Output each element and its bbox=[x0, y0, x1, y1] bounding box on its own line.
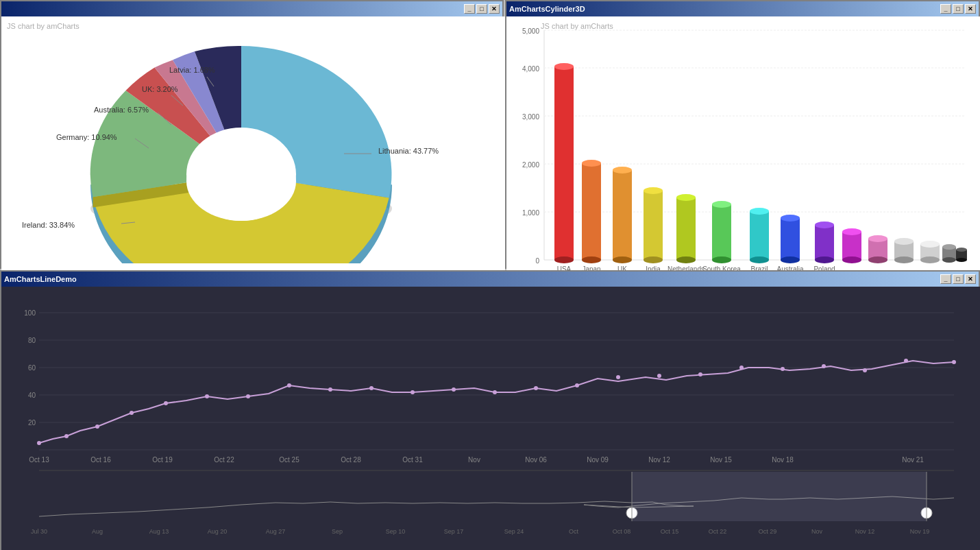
svg-text:Oct 13: Oct 13 bbox=[29, 456, 49, 464]
svg-point-27 bbox=[582, 256, 601, 263]
svg-text:Sep 10: Sep 10 bbox=[386, 528, 406, 535]
svg-text:Oct 31: Oct 31 bbox=[402, 456, 423, 464]
svg-point-95 bbox=[287, 383, 291, 387]
svg-text:India: India bbox=[646, 265, 661, 270]
pie-close-button[interactable]: ✕ bbox=[489, 4, 500, 14]
svg-rect-30 bbox=[613, 170, 632, 260]
svg-point-51 bbox=[781, 256, 800, 263]
svg-point-28 bbox=[582, 160, 601, 167]
svg-text:Oct 28: Oct 28 bbox=[341, 456, 361, 464]
cylinder-chart-window: AmChartsCylinder3D _ □ ✕ JS chart by amC… bbox=[505, 0, 980, 269]
svg-point-89 bbox=[64, 434, 69, 438]
cylinder-chart-content: JS chart by amCharts 0 1,000 2,000 3,000… bbox=[506, 16, 980, 270]
svg-point-68 bbox=[920, 256, 940, 263]
svg-point-90 bbox=[95, 425, 99, 429]
svg-text:2,000: 2,000 bbox=[522, 161, 539, 169]
svg-text:Aug 27: Aug 27 bbox=[266, 528, 286, 535]
svg-text:Sep 17: Sep 17 bbox=[444, 528, 464, 535]
svg-point-102 bbox=[575, 383, 579, 387]
svg-point-63 bbox=[868, 235, 887, 242]
svg-text:USA: USA bbox=[557, 265, 572, 270]
svg-point-24 bbox=[554, 63, 574, 70]
svg-text:South Korea: South Korea bbox=[702, 265, 741, 270]
svg-text:3,000: 3,000 bbox=[522, 113, 539, 121]
line-maximize-button[interactable]: □ bbox=[953, 274, 964, 284]
svg-text:Netherlands: Netherlands bbox=[667, 265, 705, 270]
svg-text:Sep 24: Sep 24 bbox=[504, 528, 524, 535]
svg-text:Nov 21: Nov 21 bbox=[902, 456, 924, 464]
svg-text:20: 20 bbox=[28, 419, 36, 427]
svg-text:Nov: Nov bbox=[811, 528, 823, 535]
svg-rect-38 bbox=[676, 198, 696, 260]
svg-point-101 bbox=[534, 386, 538, 390]
svg-text:Oct 19: Oct 19 bbox=[152, 456, 173, 464]
svg-rect-42 bbox=[712, 204, 731, 260]
svg-point-106 bbox=[739, 366, 744, 370]
svg-text:Oct 08: Oct 08 bbox=[613, 528, 631, 535]
line-minimize-button[interactable]: _ bbox=[940, 274, 951, 284]
svg-text:Aug 20: Aug 20 bbox=[208, 528, 228, 535]
svg-point-65 bbox=[894, 256, 914, 263]
svg-point-31 bbox=[613, 256, 632, 263]
svg-point-72 bbox=[942, 244, 956, 250]
svg-text:5,000: 5,000 bbox=[522, 27, 539, 35]
svg-point-32 bbox=[613, 167, 632, 174]
label-uk: UK: 3.20% bbox=[142, 85, 178, 93]
svg-text:Aug: Aug bbox=[92, 528, 103, 535]
cylinder-chart-svg: 0 1,000 2,000 3,000 4,000 5,000 USA bbox=[506, 16, 980, 270]
svg-point-47 bbox=[750, 256, 769, 263]
svg-point-40 bbox=[676, 194, 696, 201]
line-chart-area: JS chart by amCharts 🔍 Show all bbox=[1, 287, 980, 550]
cylinder-window-titlebar[interactable]: AmChartsCylinder3D _ □ ✕ bbox=[506, 1, 979, 16]
svg-point-35 bbox=[644, 256, 663, 263]
svg-text:Oct 22: Oct 22 bbox=[709, 528, 727, 535]
svg-text:80: 80 bbox=[28, 337, 36, 344]
pie-window-titlebar[interactable]: _ □ ✕ bbox=[1, 1, 502, 16]
svg-point-91 bbox=[130, 411, 134, 415]
svg-text:Aug 13: Aug 13 bbox=[149, 528, 169, 535]
label-germany: Germany: 10.94% bbox=[56, 133, 117, 141]
svg-text:Nov 06: Nov 06 bbox=[525, 456, 547, 464]
svg-point-92 bbox=[164, 401, 168, 405]
svg-point-107 bbox=[781, 367, 785, 371]
svg-rect-50 bbox=[781, 218, 800, 260]
svg-point-93 bbox=[205, 394, 209, 398]
line-chart-svg: 100 80 60 40 20 bbox=[1, 287, 980, 550]
svg-text:Nov 12: Nov 12 bbox=[648, 456, 670, 464]
pie-minimize-button[interactable]: _ bbox=[464, 4, 475, 14]
cylinder-minimize-button[interactable]: _ bbox=[940, 4, 951, 14]
pie-maximize-button[interactable]: □ bbox=[476, 4, 487, 14]
pie-chart-svg: Lithuania: 43.77% Ireland: 33.84% German… bbox=[15, 23, 495, 263]
svg-text:Nov 09: Nov 09 bbox=[587, 456, 609, 464]
cylinder-close-button[interactable]: ✕ bbox=[965, 4, 976, 14]
line-chart-window: AmChartsLineDemo _ □ ✕ JS chart by amCha… bbox=[0, 270, 980, 550]
svg-point-75 bbox=[956, 248, 967, 252]
svg-text:Nov 15: Nov 15 bbox=[710, 456, 732, 464]
svg-text:Japan: Japan bbox=[582, 265, 600, 270]
svg-point-23 bbox=[554, 256, 574, 263]
svg-point-2 bbox=[186, 141, 296, 221]
svg-text:Oct 15: Oct 15 bbox=[661, 528, 679, 535]
svg-text:Oct 22: Oct 22 bbox=[214, 456, 234, 464]
svg-point-66 bbox=[894, 238, 914, 245]
cylinder-maximize-button[interactable]: □ bbox=[953, 4, 964, 14]
svg-point-103 bbox=[616, 375, 620, 379]
svg-point-36 bbox=[644, 187, 663, 194]
svg-rect-54 bbox=[815, 225, 834, 260]
svg-point-109 bbox=[863, 368, 867, 372]
svg-text:Oct: Oct bbox=[569, 528, 579, 535]
cylinder-window-controls: _ □ ✕ bbox=[940, 4, 976, 14]
svg-point-69 bbox=[920, 241, 940, 248]
svg-point-52 bbox=[781, 215, 800, 222]
svg-text:Nov: Nov bbox=[468, 456, 480, 464]
svg-text:Poland: Poland bbox=[813, 265, 835, 270]
svg-rect-34 bbox=[644, 191, 663, 260]
svg-text:Nov 19: Nov 19 bbox=[910, 528, 930, 535]
label-ireland: Ireland: 33.84% bbox=[22, 221, 75, 229]
svg-text:60: 60 bbox=[28, 364, 36, 372]
cylinder-window-title: AmChartsCylinder3D bbox=[509, 5, 585, 13]
line-close-button[interactable]: ✕ bbox=[965, 274, 976, 284]
svg-text:Sep: Sep bbox=[332, 528, 343, 535]
line-window-titlebar[interactable]: AmChartsLineDemo _ □ ✕ bbox=[1, 272, 979, 287]
cylinder-inner: JS chart by amCharts 0 1,000 2,000 3,000… bbox=[506, 16, 980, 270]
